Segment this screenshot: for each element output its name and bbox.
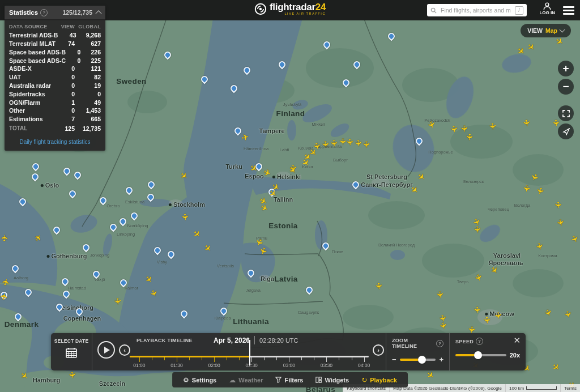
airport-pin[interactable] [24, 288, 33, 297]
aircraft-icon[interactable]: ✈ [555, 36, 565, 47]
airport-pin[interactable] [219, 306, 229, 316]
airport-pin[interactable] [11, 264, 20, 274]
airport-pin[interactable] [109, 223, 118, 232]
airport-pin[interactable] [321, 241, 331, 251]
fullscreen-button[interactable] [558, 105, 574, 121]
airport-pin[interactable] [387, 32, 396, 41]
airport-pin[interactable] [130, 211, 139, 221]
aircraft-icon[interactable]: ✈ [181, 213, 190, 221]
aircraft-icon[interactable]: ✈ [436, 291, 445, 299]
aircraft-icon[interactable]: ✈ [438, 321, 449, 330]
tab-settings[interactable]: ⚙Settings [177, 372, 223, 387]
airport-pin[interactable] [62, 289, 71, 299]
airport-pin[interactable] [322, 40, 332, 50]
tab-weather[interactable]: ☁Weather [223, 372, 269, 387]
calendar-icon[interactable] [65, 347, 78, 359]
airport-pin[interactable] [352, 60, 362, 70]
aircraft-icon[interactable]: ✈ [489, 265, 500, 276]
zoom-out-button[interactable]: − [558, 79, 574, 95]
aircraft-icon[interactable]: ✈ [191, 228, 203, 240]
aircraft-icon[interactable]: ✈ [563, 310, 573, 319]
aircraft-icon[interactable]: ✈ [556, 218, 566, 227]
zoom-timeline-minus[interactable]: − [392, 356, 396, 363]
airport-pin[interactable] [147, 180, 156, 190]
airport-pin[interactable] [146, 193, 156, 202]
airport-pin[interactable] [351, 180, 361, 190]
airport-pin[interactable] [118, 217, 128, 227]
airport-pin[interactable] [153, 246, 163, 255]
speed-help-icon[interactable]: ? [476, 338, 483, 345]
aircraft-icon[interactable]: ✈ [241, 132, 250, 142]
aircraft-icon[interactable]: ✈ [473, 306, 481, 314]
login-button[interactable]: LOG IN [539, 2, 555, 15]
aircraft-icon[interactable]: ✈ [522, 185, 532, 193]
aircraft-icon[interactable]: ✈ [425, 369, 436, 381]
airport-pin[interactable] [31, 162, 41, 172]
aircraft-icon[interactable]: ✈ [202, 242, 214, 253]
tab-playback[interactable]: ↻Playback [355, 372, 403, 387]
menu-icon[interactable] [563, 6, 574, 16]
speed-slider[interactable] [455, 354, 506, 356]
collapse-icon[interactable] [95, 10, 101, 16]
flightradar24-logo[interactable]: flightradar24 LIVE AIR TRAFFIC [254, 2, 326, 16]
skip-forward-button[interactable]: › [373, 344, 384, 356]
aircraft-icon[interactable]: ✈ [467, 326, 476, 334]
aircraft-icon[interactable]: ✈ [450, 125, 459, 134]
zoom-slider-thumb[interactable] [418, 356, 426, 364]
tab-widgets[interactable]: Widgets [309, 372, 355, 387]
aircraft-icon[interactable]: ✈ [515, 45, 526, 57]
aircraft-icon[interactable]: ✈ [473, 225, 482, 233]
daily-statistics-link[interactable]: Daily flight tracking statistics [19, 139, 90, 145]
airport-pin[interactable] [246, 269, 256, 278]
airport-pin[interactable] [200, 75, 210, 84]
statistics-header[interactable]: Statistics ? 125/12,735 [5, 6, 105, 20]
aircraft-icon[interactable]: ✈ [526, 41, 537, 52]
search-input[interactable] [440, 6, 512, 14]
aircraft-icon[interactable]: ✈ [460, 125, 469, 133]
aircraft-icon[interactable]: ✈ [0, 292, 8, 301]
search-box[interactable]: / [427, 4, 527, 16]
airport-pin[interactable] [278, 60, 287, 70]
aircraft-icon[interactable]: ✈ [554, 202, 562, 209]
airport-pin[interactable] [125, 186, 134, 195]
airport-pin[interactable] [180, 309, 189, 319]
aircraft-icon[interactable]: ✈ [143, 274, 155, 285]
play-button[interactable] [97, 341, 115, 359]
aircraft-icon[interactable]: ✈ [483, 316, 492, 324]
aircraft-icon[interactable]: ✈ [522, 119, 532, 127]
close-playback-icon[interactable]: ✕ [513, 336, 521, 344]
aircraft-icon[interactable]: ✈ [113, 297, 122, 305]
airport-pin[interactable] [167, 250, 176, 259]
airport-pin[interactable] [52, 225, 62, 235]
aircraft-icon[interactable]: ✈ [19, 370, 29, 381]
aircraft-icon[interactable]: ✈ [416, 171, 427, 182]
airport-pin[interactable] [342, 78, 351, 88]
aircraft-icon[interactable]: ✈ [262, 168, 272, 178]
timeline-track[interactable]: 01:0001:3002:0002:3003:0003:3004:00 [130, 356, 369, 357]
aircraft-icon[interactable]: ✈ [1, 278, 11, 287]
airport-pin[interactable] [62, 167, 72, 176]
zoom-help-icon[interactable]: ? [436, 340, 443, 347]
airport-pin[interactable] [163, 50, 173, 60]
aircraft-icon[interactable]: ✈ [474, 273, 484, 283]
aircraft-icon[interactable]: ✈ [551, 361, 562, 373]
zoom-timeline-plus[interactable]: + [439, 356, 443, 363]
aircraft-icon[interactable]: ✈ [535, 242, 545, 251]
skip-back-button[interactable]: ‹ [119, 344, 130, 356]
aircraft-icon[interactable]: ✈ [178, 170, 189, 181]
airport-pin[interactable] [18, 197, 28, 207]
aircraft-icon[interactable]: ✈ [543, 308, 553, 318]
locate-button[interactable] [558, 123, 574, 139]
aircraft-icon[interactable]: ✈ [0, 234, 9, 242]
airport-pin[interactable] [68, 189, 78, 199]
airport-pin[interactable] [82, 243, 91, 253]
aircraft-icon[interactable]: ✈ [570, 234, 580, 244]
terms-link[interactable]: Terms [560, 384, 580, 392]
aircraft-icon[interactable]: ✈ [32, 233, 44, 244]
aircraft-icon[interactable]: ✈ [494, 312, 504, 320]
speed-slider-thumb[interactable] [474, 351, 482, 359]
airport-pin[interactable] [305, 286, 314, 295]
aircraft-icon[interactable]: ✈ [362, 140, 370, 148]
aircraft-icon[interactable]: ✈ [530, 172, 540, 182]
aircraft-icon[interactable]: ✈ [258, 246, 268, 256]
